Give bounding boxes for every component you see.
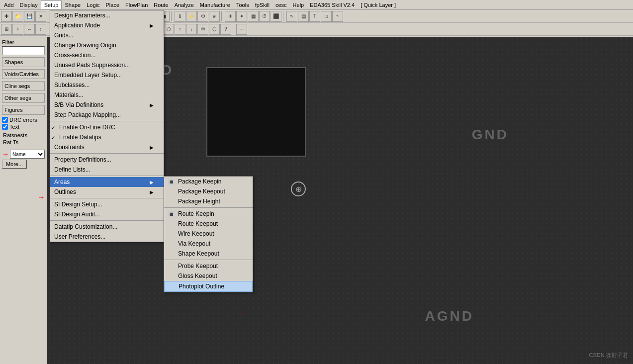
toolbar-btn-123[interactable]: # <box>209 11 220 22</box>
probe-keepout-item[interactable]: Probe Keepout <box>164 261 253 271</box>
menu-setup[interactable]: Setup <box>41 0 62 9</box>
menu-manufacture[interactable]: Manufacture <box>197 1 233 9</box>
cline-label[interactable]: Cline segs <box>3 83 43 90</box>
toolbar-btn-close[interactable]: ✕ <box>35 11 46 22</box>
menu-cross-section[interactable]: Cross-section... <box>50 50 164 60</box>
menu-shape[interactable]: Shape <box>62 1 84 9</box>
shapes-item[interactable]: Shapes <box>2 57 45 67</box>
toolbar-btn2-2[interactable]: + <box>12 24 23 35</box>
menu-bb-via[interactable]: B/B Via Definitions ▶ <box>50 100 164 110</box>
toolbar-btn-star[interactable]: ✦ <box>236 11 247 22</box>
menu-fpskill[interactable]: fpSkill <box>252 1 272 9</box>
menu-step-package[interactable]: Step Package Mapping... <box>50 110 164 120</box>
menu-embedded-layer[interactable]: Embedded Layer Setup... <box>50 70 164 80</box>
toolbar-btn2-17[interactable]: ✉ <box>197 24 208 35</box>
pkg-height-item[interactable]: Package Height <box>164 196 253 206</box>
pkg-keepin-item[interactable]: ▦ Package Keepin <box>164 177 253 186</box>
toolbar-btn2-14[interactable]: ⬡ <box>163 24 174 35</box>
name-combo[interactable]: Name <box>10 150 45 159</box>
route-keepout-item[interactable]: Route Keepout <box>164 219 253 229</box>
toolbar-btn-save[interactable]: 💾 <box>24 11 35 22</box>
menu-analyze[interactable]: Analyze <box>172 1 197 9</box>
toolbar-btn2-18[interactable]: ⬡ <box>209 24 220 35</box>
menu-quicklayer[interactable]: [ Quick Layer ] <box>358 1 399 9</box>
other-segs-item[interactable]: Other segs <box>2 93 45 103</box>
menu-display[interactable]: Display <box>17 1 41 9</box>
watermark-text: CSDN @肘子君 <box>589 352 628 359</box>
other-segs-label[interactable]: Other segs <box>3 94 43 101</box>
voids-item[interactable]: Voids/Cavities <box>2 69 45 79</box>
photoplot-outline-item[interactable]: Photoplot Outline <box>164 281 253 292</box>
menu-grids[interactable]: Grids... <box>50 30 164 40</box>
toolbar-btn-comp[interactable]: □ <box>321 11 332 22</box>
menu-si-audit[interactable]: SI Design Audit... <box>50 209 164 219</box>
menu-place[interactable]: Place <box>103 1 123 9</box>
shape-keepout-item[interactable]: Shape Keepout <box>164 249 253 259</box>
menu-flowplan[interactable]: FlowPlan <box>122 1 151 9</box>
right-red-arrow: ← <box>238 308 246 317</box>
menu-app-mode[interactable]: Application Mode ▶ <box>50 20 164 30</box>
toolbar-btn-net[interactable]: ~ <box>332 11 343 22</box>
menu-subclasses[interactable]: Subclasses... <box>50 80 164 90</box>
toolbar-btn-bar[interactable]: ▦ <box>248 11 259 22</box>
toolbar-btn2-20[interactable]: ─ <box>236 24 247 35</box>
menu-eda365[interactable]: EDA365 Skill V2.4 <box>307 1 358 9</box>
outlines-arrow: ▶ <box>150 189 154 195</box>
voids-label[interactable]: Voids/Cavities <box>3 71 43 78</box>
shapes-label[interactable]: Shapes <box>3 59 43 66</box>
menu-property-defs[interactable]: Property Definitions... <box>50 155 164 165</box>
gloss-keepout-item[interactable]: Gloss Keepout <box>164 271 253 281</box>
figures-label[interactable]: Figures <box>3 106 43 113</box>
menu-enable-datatips[interactable]: ✓ Enable Datatips <box>50 132 164 142</box>
menu-enable-drc[interactable]: ✓ Enable On-Line DRC <box>50 122 164 132</box>
toolbar-btn-layers[interactable]: ▤ <box>298 11 309 22</box>
menu-datatip-custom[interactable]: Datatip Customization... <box>50 222 164 232</box>
more-button[interactable]: More... <box>2 160 27 169</box>
figures-item[interactable]: Figures <box>2 105 45 115</box>
toolbar-btn-new[interactable]: ✚ <box>1 11 12 22</box>
rat-ts-item[interactable]: Rat Ts <box>2 139 45 146</box>
filter-input[interactable] <box>2 46 45 55</box>
sep-3 <box>50 176 164 176</box>
toolbar-btn2-3[interactable]: ↔ <box>24 24 35 35</box>
menu-tools[interactable]: Tools <box>233 1 252 9</box>
menu-logic[interactable]: Logic <box>84 1 102 9</box>
toolbar-btn-cursor[interactable]: ↖ <box>286 11 297 22</box>
drc-errors-checkbox[interactable] <box>2 117 8 123</box>
ratsnests-item[interactable]: Ratsnests <box>2 132 45 139</box>
menu-materials[interactable]: Materials... <box>50 90 164 100</box>
toolbar-btn-stop[interactable]: ⬛ <box>271 11 281 22</box>
menu-define-lists[interactable]: Define Lists... <box>50 165 164 175</box>
menu-constraints[interactable]: Constraints ▶ <box>50 142 164 152</box>
menu-user-prefs[interactable]: User Preferences... <box>50 232 164 242</box>
menu-design-params[interactable]: Design Parameters... <box>50 10 164 20</box>
toolbar-btn-sun[interactable]: ☀ <box>225 11 236 22</box>
cline-item[interactable]: Cline segs <box>2 81 45 91</box>
areas-arrow: ▶ <box>150 180 154 185</box>
toolbar-btn2-15[interactable]: ↑ <box>175 24 185 35</box>
menu-help[interactable]: Help <box>290 1 307 9</box>
toolbar-btn2-4[interactable]: ↕ <box>35 24 46 35</box>
toolbar-btn2-16[interactable]: ↓ <box>186 24 197 35</box>
toolbar-btn2-19[interactable]: ? <box>220 24 231 35</box>
menu-cesc[interactable]: cesc <box>272 1 290 9</box>
menu-add[interactable]: Add <box>1 1 17 9</box>
menu-si-setup[interactable]: SI Design Setup... <box>50 199 164 209</box>
via-keepout-item[interactable]: Via Keepout <box>164 239 253 249</box>
route-keepin-item[interactable]: ▦ Route Keepin <box>164 209 253 219</box>
menu-outlines[interactable]: Outlines ▶ <box>50 187 164 197</box>
toolbar-btn2-1[interactable]: ⊞ <box>1 24 12 35</box>
wire-keepout-item[interactable]: Wire Keepout <box>164 229 253 239</box>
text-checkbox[interactable] <box>2 124 8 130</box>
toolbar-btn-text[interactable]: T <box>309 11 320 22</box>
toolbar-btn-mfg[interactable]: ⚙ <box>197 11 208 22</box>
menu-change-origin[interactable]: Change Drawing Origin <box>50 40 164 50</box>
menu-areas[interactable]: Areas ▶ ▦ Package Keepin Package Keepout… <box>50 177 164 187</box>
menu-route[interactable]: Route <box>151 1 171 9</box>
menu-unused-pads[interactable]: Unused Pads Suppression... <box>50 60 164 70</box>
toolbar-btn-open[interactable]: 📁 <box>12 11 23 22</box>
toolbar-btn-drc[interactable]: ⚡ <box>186 11 197 22</box>
toolbar-btn-info[interactable]: ℹ <box>175 11 185 22</box>
toolbar-btn-timer[interactable]: ⏱ <box>259 11 270 22</box>
pkg-keepout-item[interactable]: Package Keepout <box>164 186 253 196</box>
